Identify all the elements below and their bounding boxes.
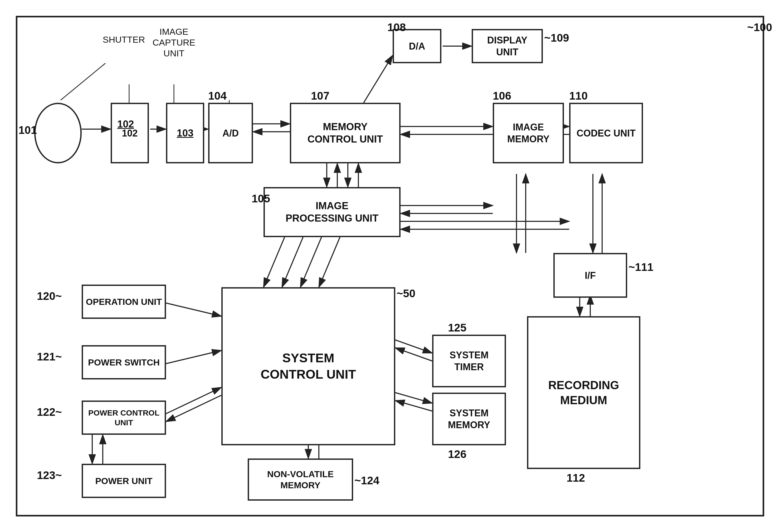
recording-medium-box: RECORDINGMEDIUM <box>527 316 640 469</box>
ref-111: ~111 <box>629 261 653 274</box>
ref-108: 108 <box>387 21 406 34</box>
shutter-label: SHUTTER <box>100 34 148 45</box>
ref-102-inner: 102 <box>117 118 134 130</box>
if-box: I/F <box>553 253 627 298</box>
ref-107: 107 <box>311 90 329 102</box>
ref-109: ~109 <box>544 32 569 44</box>
ref-120: 120~ <box>37 290 62 302</box>
image-capture-box: 103 <box>166 103 204 163</box>
ref-121: 121~ <box>37 350 62 363</box>
operation-unit-box: OPERATION UNIT <box>82 285 166 319</box>
ref-110: 110 <box>569 90 588 102</box>
codec-unit-box: CODEC UNIT <box>569 103 643 163</box>
diagram-container: ~100 <box>0 0 780 532</box>
ref-122: 122~ <box>37 406 62 419</box>
image-capture-unit-label: IMAGE CAPTURE UNIT <box>142 27 205 58</box>
image-memory-box: IMAGEMEMORY <box>493 103 564 163</box>
ref-105: 105 <box>252 192 270 205</box>
da-box: D/A <box>393 29 441 63</box>
display-unit-box: DISPLAYUNIT <box>472 29 543 63</box>
ref-126: 126 <box>448 448 467 461</box>
ref-100: ~100 <box>747 21 772 34</box>
ref-50: ~50 <box>397 287 415 300</box>
power-unit-box: POWER UNIT <box>82 464 166 498</box>
ref-125: 125 <box>448 322 467 334</box>
ad-box: A/D <box>208 103 253 163</box>
power-switch-box: POWER SWITCH <box>82 345 166 379</box>
system-control-box: SYSTEMCONTROL UNIT <box>222 287 395 445</box>
power-control-box: POWER CONTROL UNIT <box>82 400 166 435</box>
ref-123: 123~ <box>37 469 62 482</box>
ref-104: 104 <box>208 90 227 102</box>
shutter-box: 102 <box>111 103 149 163</box>
ref-101: 101 <box>18 124 37 137</box>
memory-control-box: MEMORYCONTROL UNIT <box>290 103 400 163</box>
ref-112: 112 <box>567 472 585 484</box>
image-processing-box: IMAGEPROCESSING UNIT <box>263 187 400 237</box>
system-timer-box: SYSTEMTIMER <box>432 335 506 387</box>
ref-106: 106 <box>493 90 511 102</box>
lens-oval <box>34 103 82 163</box>
non-volatile-memory-box: NON-VOLATILEMEMORY <box>248 458 353 501</box>
ref-124: ~124 <box>354 474 380 487</box>
system-memory-box: SYSTEMMEMORY <box>432 393 506 445</box>
